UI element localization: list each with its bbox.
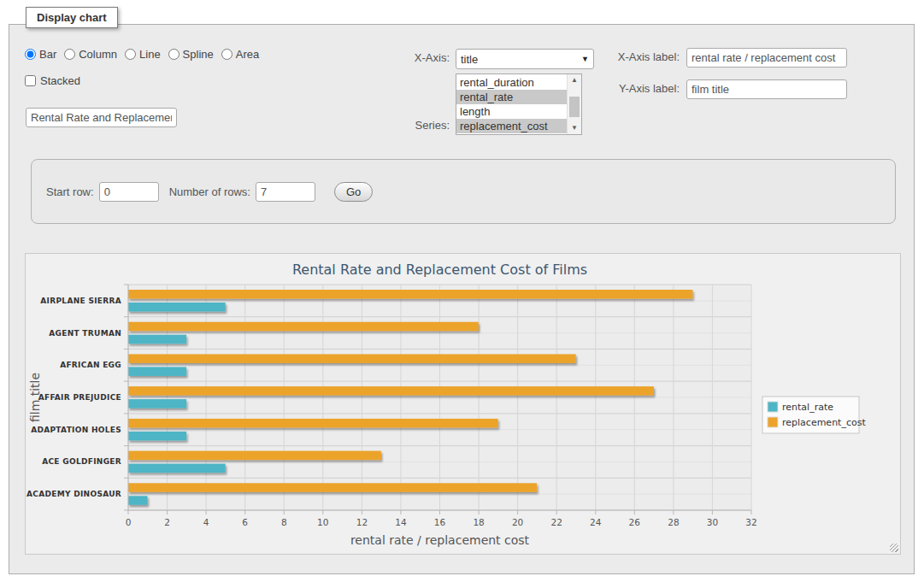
chart-type-radio-column[interactable]: [64, 49, 75, 60]
chart-type-option-label: Spline: [183, 48, 214, 61]
y-axis-title: film title: [28, 373, 42, 422]
x-tick-label: 8: [281, 517, 287, 527]
chart-title: Rental Rate and Replacement Cost of Film…: [292, 262, 587, 278]
number-of-rows-input[interactable]: [256, 182, 315, 202]
scroll-up-icon[interactable]: ▲: [568, 74, 581, 86]
x-tick-label: 6: [242, 517, 248, 527]
category-label: AFRICAN EGG: [60, 361, 121, 369]
x-tick-label: 30: [707, 517, 718, 527]
chart-type-option-label: Bar: [39, 48, 56, 61]
number-of-rows-label: Number of rows:: [169, 185, 250, 198]
start-row-input[interactable]: [99, 182, 159, 202]
chart-type-radio-group: BarColumnLineSplineArea: [25, 48, 259, 61]
x-tick-label: 0: [126, 517, 132, 527]
bar-rental_rate: [128, 367, 186, 376]
chart-type-option-column[interactable]: Column: [64, 48, 117, 61]
x-tick-label: 16: [434, 517, 446, 527]
category-label: ACE GOLDFINGER: [42, 457, 121, 466]
x-tick-label: 10: [317, 517, 328, 527]
legend-label-replacement_cost[interactable]: replacement_cost: [782, 417, 866, 428]
series-option-replacement_cost[interactable]: replacement_cost: [456, 119, 567, 133]
legend-swatch-replacement_cost[interactable]: [768, 417, 778, 427]
chart-type-option-area[interactable]: Area: [221, 48, 259, 61]
x-axis-select-label: X-Axis:: [381, 51, 450, 64]
x-axis-select-value: title: [461, 53, 478, 66]
bar-replacement_cost: [128, 419, 498, 428]
series-option-rental_duration[interactable]: rental_duration: [456, 75, 567, 90]
x-tick-label: 18: [473, 517, 484, 527]
listbox-scrollbar[interactable]: ▲ ▼: [567, 74, 581, 134]
x-tick-label: 20: [512, 517, 523, 527]
legend-swatch-rental_rate[interactable]: [768, 402, 778, 412]
bar-rental_rate: [128, 335, 186, 344]
category-label: AGENT TRUMAN: [49, 329, 121, 338]
chart-panel: AIRPLANE SIERRAAGENT TRUMANAFRICAN EGGAF…: [25, 253, 901, 555]
display-chart-tab[interactable]: Display chart: [26, 7, 118, 28]
stacked-checkbox-row[interactable]: Stacked: [25, 74, 80, 87]
row-controls-panel: Start row: Number of rows: Go: [31, 159, 896, 224]
stacked-checkbox[interactable]: [25, 75, 36, 86]
chart-svg: AIRPLANE SIERRAAGENT TRUMANAFRICAN EGGAF…: [26, 254, 898, 552]
x-tick-label: 14: [395, 517, 407, 527]
category-label: ADAPTATION HOLES: [31, 426, 121, 434]
scroll-down-icon[interactable]: ▼: [568, 122, 581, 134]
series-listbox[interactable]: rental_durationrental_ratelengthreplacem…: [456, 73, 582, 135]
bar-rental_rate: [128, 303, 226, 312]
chart-type-option-line[interactable]: Line: [125, 48, 161, 61]
x-tick-label: 28: [668, 517, 679, 527]
chart-type-option-label: Area: [236, 48, 259, 61]
bar-replacement_cost: [128, 290, 692, 299]
category-label: AFFAIR PREJUDICE: [38, 393, 121, 402]
x-tick-label: 4: [203, 517, 209, 527]
series-option-length[interactable]: length: [456, 104, 567, 119]
display-chart-fieldset: BarColumnLineSplineArea Stacked X-Axis: …: [9, 24, 915, 574]
x-tick-label: 24: [590, 517, 602, 527]
chart-type-radio-bar[interactable]: [25, 49, 36, 60]
y-axis-label-caption: Y-Axis label:: [597, 82, 680, 95]
x-axis-title: rental rate / replacement cost: [350, 533, 530, 547]
go-button[interactable]: Go: [334, 182, 373, 202]
chart-type-radio-spline[interactable]: [168, 49, 180, 60]
x-tick-label: 12: [356, 517, 368, 527]
bar-chart: AIRPLANE SIERRAAGENT TRUMANAFRICAN EGGAF…: [26, 254, 900, 556]
bar-replacement_cost: [128, 322, 479, 332]
x-tick-label: 26: [629, 517, 641, 527]
x-tick-label: 2: [164, 517, 170, 527]
chart-type-option-spline[interactable]: Spline: [168, 48, 214, 61]
bar-rental_rate: [128, 496, 148, 505]
chart-legend: rental_ratereplacement_cost: [762, 397, 866, 433]
series-label: Series:: [381, 119, 450, 132]
x-axis-label-input[interactable]: [686, 48, 847, 68]
series-option-rental_rate[interactable]: rental_rate: [456, 90, 567, 104]
chart-type-option-bar[interactable]: Bar: [25, 48, 56, 61]
scrollbar-thumb[interactable]: [569, 97, 580, 117]
chart-type-radio-area[interactable]: [221, 49, 232, 60]
resize-handle-icon[interactable]: [890, 544, 898, 552]
x-tick-label: 32: [745, 517, 756, 527]
legend-label-rental_rate[interactable]: rental_rate: [782, 402, 833, 413]
x-axis-label-caption: X-Axis label:: [597, 50, 680, 63]
chart-type-option-label: Line: [139, 48, 161, 61]
bar-replacement_cost: [128, 354, 576, 363]
chevron-down-icon: ▼: [581, 55, 589, 63]
bar-replacement_cost: [128, 483, 537, 492]
bar-replacement_cost: [128, 451, 381, 461]
chart-type-option-label: Column: [79, 48, 117, 61]
category-label: ACADEMY DINOSAUR: [26, 490, 121, 498]
chart-title-input[interactable]: [26, 108, 177, 127]
x-axis-select[interactable]: title ▼: [456, 49, 594, 69]
bar-rental_rate: [128, 464, 226, 473]
chart-type-radio-line[interactable]: [125, 49, 136, 60]
bar-replacement_cost: [128, 386, 654, 396]
stacked-label: Stacked: [40, 74, 80, 87]
bar-rental_rate: [128, 399, 186, 409]
y-axis-label-input[interactable]: [686, 79, 847, 99]
category-label: AIRPLANE SIERRA: [40, 297, 121, 305]
x-tick-label: 22: [551, 517, 562, 527]
bar-rental_rate: [128, 432, 186, 441]
start-row-label: Start row:: [46, 185, 94, 198]
